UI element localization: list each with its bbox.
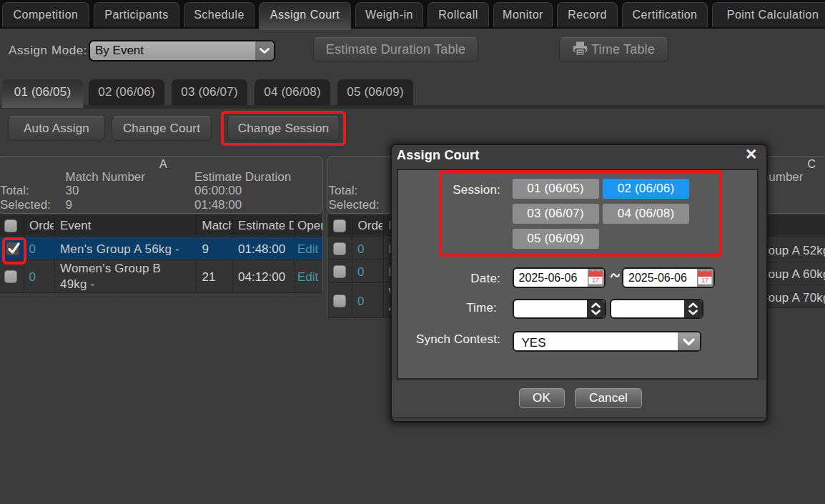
svg-text:17: 17 xyxy=(592,277,599,284)
svg-text:17: 17 xyxy=(701,277,708,284)
